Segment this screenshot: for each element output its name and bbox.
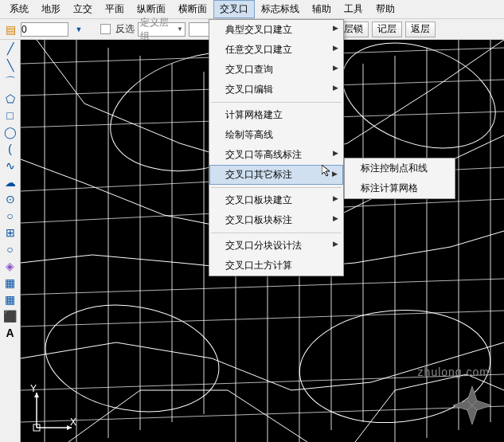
arc-tool-icon[interactable]: ⌒	[3, 75, 18, 89]
layer-input[interactable]	[21, 22, 68, 37]
chevron-down-icon: ▼	[177, 25, 183, 33]
curve-tool-icon[interactable]: (	[3, 142, 18, 156]
other-label-submenu: 标注控制点和线 标注计算网格	[344, 158, 455, 199]
menu-tools[interactable]: 工具	[338, 0, 369, 18]
hatch-tool-icon[interactable]: ▦	[3, 276, 18, 290]
menu-system[interactable]: 系统	[3, 0, 35, 18]
compass-icon	[448, 381, 496, 429]
menu-xsection[interactable]: 横断面	[172, 0, 213, 18]
menu-contour-label[interactable]: 交叉口等高线标注▶	[209, 145, 343, 165]
submenu-arrow-icon: ▶	[333, 149, 338, 157]
menu-aux[interactable]: 辅助	[306, 0, 338, 18]
invert-label: 反选	[115, 22, 135, 36]
submenu-arrow-icon: ▶	[333, 240, 338, 248]
menu-intersection-query[interactable]: 交叉口查询▶	[209, 60, 343, 80]
text-tool-icon[interactable]: A	[3, 326, 18, 340]
grid-tool-icon[interactable]: ▦	[3, 292, 18, 307]
rect-tool-icon[interactable]: □	[3, 108, 18, 123]
cursor-icon	[322, 165, 334, 180]
menu-intersection[interactable]: 交叉口	[213, 0, 255, 18]
svg-marker-12	[453, 401, 472, 410]
polygon-tool-icon[interactable]: ⬠	[3, 92, 18, 106]
menu-plan[interactable]: 平面	[99, 0, 131, 18]
menu-elevation[interactable]: 立交	[67, 0, 99, 18]
menu-plate-label[interactable]: 交叉口板块标注▶	[209, 210, 343, 230]
svg-point-1	[328, 40, 504, 168]
layergroup-select[interactable]: 定义层组▼	[138, 22, 186, 37]
menu-typical-intersection[interactable]: 典型交叉口建立▶	[209, 20, 343, 40]
diamond-tool-icon[interactable]: ◈	[3, 259, 18, 273]
menu-label-calc-grid[interactable]: 标注计算网格	[345, 178, 455, 198]
menu-calc-grid[interactable]: 计算网格建立	[209, 105, 343, 125]
invert-checkbox[interactable]	[100, 24, 111, 34]
ring-tool-icon[interactable]: ○	[3, 242, 18, 256]
menu-block-design[interactable]: 交叉口分块设计法▶	[209, 236, 343, 256]
cloud-tool-icon[interactable]: ☁	[3, 175, 18, 190]
separator	[211, 102, 342, 103]
spline-tool-icon[interactable]: ∿	[3, 158, 18, 173]
line2-tool-icon[interactable]: ╲	[3, 58, 18, 72]
menu-plate-create[interactable]: 交叉口板块建立▶	[209, 190, 343, 210]
submenu-arrow-icon: ▶	[333, 214, 338, 222]
layer-icon[interactable]: ▤	[3, 22, 18, 37]
side-toolbox: ╱ ╲ ⌒ ⬠ □ ◯ ( ∿ ☁ ⊙ ○ ⊞ ○ ◈ ▦ ▦ ⬛ A	[0, 40, 21, 442]
submenu-arrow-icon: ▶	[333, 24, 338, 32]
menu-draw-contours[interactable]: 绘制等高线	[209, 125, 343, 145]
donut-tool-icon[interactable]: ⊙	[3, 192, 18, 206]
menu-terrain[interactable]: 地形	[35, 0, 67, 18]
y-axis-label: Y	[30, 383, 37, 394]
separator	[211, 233, 342, 233]
menu-label-control-points[interactable]: 标注控制点和线	[345, 158, 455, 178]
menu-any-intersection[interactable]: 任意交叉口建立▶	[209, 40, 343, 60]
ellipse-tool-icon[interactable]: ○	[3, 209, 18, 223]
menu-markings[interactable]: 标志标线	[255, 0, 306, 18]
point-tool-icon[interactable]: ⬛	[3, 309, 18, 323]
circle-tool-icon[interactable]: ◯	[3, 125, 18, 139]
line-tool-icon[interactable]: ╱	[3, 41, 18, 56]
submenu-arrow-icon: ▶	[333, 194, 338, 202]
insert-tool-icon[interactable]: ⊞	[3, 225, 18, 240]
svg-marker-13	[322, 165, 330, 176]
intersection-menu: 典型交叉口建立▶ 任意交叉口建立▶ 交叉口查询▶ 交叉口编辑▶ 计算网格建立 绘…	[209, 19, 344, 276]
submenu-arrow-icon: ▶	[333, 64, 338, 72]
return-layer-button[interactable]: 返层	[405, 22, 436, 37]
x-axis-label: X	[70, 417, 76, 428]
dropdown-icon[interactable]: ▼	[72, 22, 86, 37]
mark-layer-button[interactable]: 记层	[372, 22, 402, 37]
axis-indicator: Y X	[30, 386, 78, 434]
menubar: 系统 地形 立交 平面 纵断面 横断面 交叉口 标志标线 辅助 工具 帮助	[0, 0, 504, 19]
menu-help[interactable]: 帮助	[369, 0, 401, 18]
menu-earthwork-calc[interactable]: 交叉口土方计算	[209, 256, 343, 276]
watermark: zhulong.com	[418, 366, 490, 378]
menu-intersection-edit[interactable]: 交叉口编辑▶	[209, 80, 343, 100]
submenu-arrow-icon: ▶	[333, 44, 338, 52]
separator	[211, 187, 342, 188]
submenu-arrow-icon: ▶	[333, 84, 338, 92]
